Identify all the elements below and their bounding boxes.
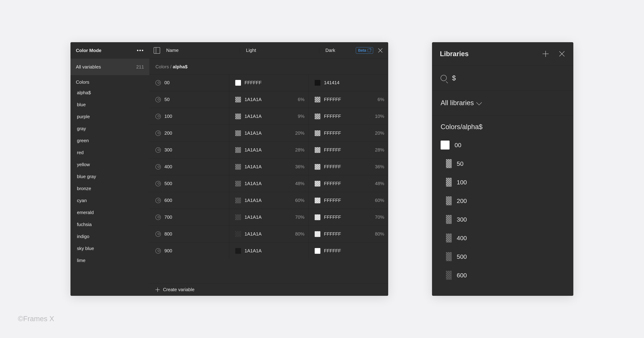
alpha-percent: 80%	[295, 231, 304, 237]
color-swatch[interactable]	[315, 130, 320, 136]
hex-value: 1A1A1A	[244, 214, 262, 220]
alpha-percent: 36%	[295, 164, 304, 170]
color-swatch[interactable]	[315, 97, 320, 102]
variable-name: 200	[164, 130, 172, 136]
sidebar-item-fuchsia[interactable]: fuchsia	[70, 218, 149, 230]
library-item[interactable]: 50	[432, 154, 573, 173]
alpha-percent: 6%	[378, 97, 384, 102]
alpha-percent: 60%	[375, 198, 384, 203]
footer-credit: ©Frames X	[18, 315, 54, 323]
color-swatch[interactable]	[235, 147, 241, 153]
hex-value: FFFFFF	[324, 231, 341, 237]
variable-row[interactable]: 2001A1A1A20%FFFFFF20%	[149, 125, 388, 142]
hex-value: FFFFFF	[324, 114, 341, 119]
variable-name: 800	[164, 231, 172, 237]
sidebar-item-cyan[interactable]: cyan	[70, 194, 149, 206]
variable-row[interactable]: 8001A1A1A80%FFFFFF80%	[149, 226, 388, 242]
external-link-icon	[368, 49, 371, 52]
color-swatch[interactable]	[315, 248, 320, 254]
color-swatch[interactable]	[235, 214, 241, 220]
beta-badge[interactable]: Beta	[356, 47, 373, 54]
color-swatch[interactable]	[235, 198, 241, 203]
sidebar-item-blue-gray[interactable]: blue gray	[70, 170, 149, 182]
sidebar-item-blue[interactable]: blue	[70, 99, 149, 111]
color-swatch[interactable]	[235, 80, 241, 86]
color-swatch[interactable]	[235, 248, 241, 254]
color-swatch[interactable]	[235, 130, 241, 136]
color-swatch[interactable]	[235, 114, 241, 119]
panel-toggle-icon[interactable]	[154, 47, 160, 54]
hex-value: 1A1A1A	[244, 114, 262, 119]
close-icon[interactable]	[378, 48, 383, 53]
color-swatch[interactable]	[315, 147, 320, 153]
library-item[interactable]: 300	[432, 210, 573, 229]
colors-group-header[interactable]: Colors	[70, 75, 149, 87]
sidebar-item-indigo[interactable]: indigo	[70, 230, 149, 242]
sidebar-item-emerald[interactable]: emerald	[70, 206, 149, 218]
sidebar-item-bronze[interactable]: bronze	[70, 182, 149, 194]
variable-row[interactable]: 7001A1A1A70%FFFFFF70%	[149, 209, 388, 226]
sidebar-item-yellow[interactable]: yellow	[70, 159, 149, 170]
color-swatch[interactable]	[315, 214, 320, 220]
palette-icon	[156, 214, 161, 220]
hex-value: FFFFFF	[324, 147, 341, 153]
color-swatch[interactable]	[315, 164, 320, 170]
variable-name: 00	[164, 80, 170, 86]
color-swatch[interactable]	[235, 231, 241, 237]
variable-row[interactable]: 1001A1A1A9%FFFFFF10%	[149, 108, 388, 125]
variable-name: 300	[164, 147, 172, 153]
plus-icon	[156, 288, 160, 292]
hex-value: FFFFFF	[324, 198, 341, 203]
all-variables-row[interactable]: All variables 211	[70, 59, 149, 75]
libraries-list: 0050100200300400500600	[432, 136, 573, 284]
add-library-icon[interactable]	[542, 51, 549, 57]
variable-row[interactable]: 5001A1A1A48%FFFFFF48%	[149, 175, 388, 192]
alpha-percent: 48%	[295, 181, 304, 186]
libraries-section-title: Colors/alpha$	[432, 116, 573, 136]
variable-row[interactable]: 4001A1A1A36%FFFFFF36%	[149, 158, 388, 175]
alpha-percent: 70%	[295, 214, 304, 220]
sidebar-item-red[interactable]: red	[70, 147, 149, 159]
color-swatch[interactable]	[315, 198, 320, 203]
library-item[interactable]: 00	[432, 136, 573, 154]
palette-icon	[156, 181, 161, 186]
library-item[interactable]: 200	[432, 192, 573, 210]
variable-name: 500	[164, 181, 172, 186]
library-item[interactable]: 600	[432, 266, 573, 284]
hex-value: 1A1A1A	[244, 248, 262, 254]
library-item[interactable]: 500	[432, 247, 573, 266]
close-libraries-icon[interactable]	[558, 50, 566, 58]
alpha-percent: 80%	[375, 231, 384, 237]
variable-rows: 00FFFFFF141414501A1A1A6%FFFFFF6%1001A1A1…	[149, 74, 388, 283]
hex-value: 1A1A1A	[244, 164, 262, 170]
more-icon[interactable]: •••	[137, 48, 144, 54]
color-swatch[interactable]	[315, 114, 320, 119]
sidebar-item-green[interactable]: green	[70, 135, 149, 147]
variable-row[interactable]: 501A1A1A6%FFFFFF6%	[149, 91, 388, 108]
create-variable-button[interactable]: Create variable	[149, 283, 388, 296]
library-item[interactable]: 400	[432, 229, 573, 247]
sidebar-item-lime[interactable]: lime	[70, 254, 149, 266]
color-swatch[interactable]	[235, 181, 241, 186]
color-groups-list: alpha$bluepurplegraygreenredyellowblue g…	[70, 87, 149, 266]
variable-row[interactable]: 00FFFFFF141414	[149, 74, 388, 91]
sidebar-item-sky-blue[interactable]: sky blue	[70, 242, 149, 254]
alpha-percent: 9%	[298, 114, 304, 119]
color-swatch[interactable]	[315, 181, 320, 186]
sidebar-item-alpha$[interactable]: alpha$	[70, 87, 149, 99]
search-icon	[440, 75, 447, 81]
variable-row[interactable]: 9001A1A1AFFFFFF	[149, 242, 388, 259]
sidebar-item-purple[interactable]: purple	[70, 111, 149, 123]
variable-row[interactable]: 3001A1A1A28%FFFFFF28%	[149, 142, 388, 158]
library-item[interactable]: 100	[432, 173, 573, 192]
libraries-search-input[interactable]	[452, 74, 565, 82]
variable-row[interactable]: 6001A1A1A60%FFFFFF60%	[149, 192, 388, 209]
variables-sidebar: Color Mode ••• All variables 211 Colors …	[70, 42, 149, 296]
sidebar-item-gray[interactable]: gray	[70, 123, 149, 135]
color-swatch[interactable]	[315, 231, 320, 237]
color-swatch[interactable]	[235, 164, 241, 170]
color-swatch[interactable]	[315, 80, 320, 86]
color-swatch[interactable]	[235, 97, 241, 102]
libraries-dropdown[interactable]: All libraries	[432, 90, 573, 116]
main-header: Name Light Dark Beta	[149, 42, 388, 59]
